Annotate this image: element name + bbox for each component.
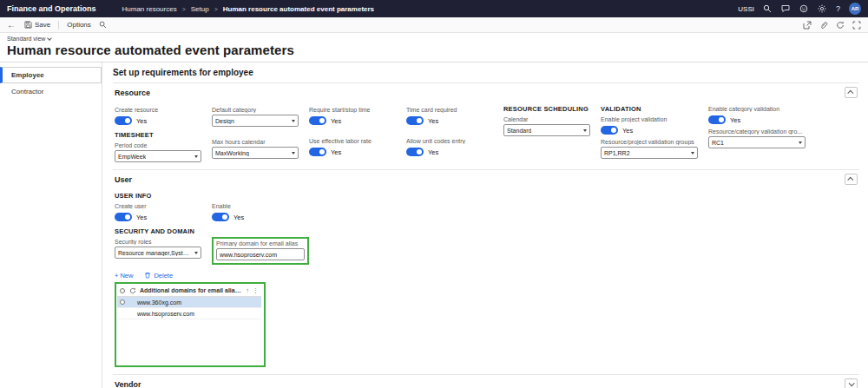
select-value: Resource manager,System ...	[118, 250, 192, 256]
allow-unit-codes-label: Allow unit codes entry	[406, 138, 493, 144]
options-button[interactable]: Options	[67, 21, 91, 29]
tab-contractor[interactable]: Contractor	[0, 83, 102, 100]
section-header-resource[interactable]: Resource	[113, 82, 859, 102]
enable-category-validation-label: Enable category validation	[708, 106, 806, 112]
select-all-checkbox[interactable]	[120, 288, 125, 293]
create-user-toggle[interactable]	[115, 213, 132, 221]
select-value: MaxWorking	[215, 150, 249, 156]
field-column: Enable Yes	[212, 200, 299, 222]
delete-button[interactable]: Delete	[143, 271, 173, 279]
resource-category-groups-label: Resource/category validation gro...	[708, 128, 806, 135]
section-title: User	[115, 175, 132, 184]
settings-gear-icon[interactable]	[818, 4, 827, 14]
tab-label: Employee	[11, 71, 44, 79]
save-button[interactable]: Save	[23, 21, 50, 30]
toggle-value: Yes	[622, 127, 633, 135]
chevron-up-icon	[847, 177, 853, 183]
page-title: Human resource automated event parameter…	[0, 42, 868, 62]
resource-project-groups-label: Resource/project validation groups	[601, 139, 698, 145]
section-body-resource: Create resource Yes TIMESHEET Period cod…	[113, 102, 859, 169]
expand-button[interactable]	[845, 378, 858, 388]
grid-cell-domain[interactable]: www.hsoproserv.com	[137, 311, 194, 317]
refresh-icon[interactable]	[836, 21, 845, 30]
use-effective-labor-rate-toggle[interactable]	[309, 148, 326, 156]
field-column: RESOURCE SCHEDULING Calendar Standard	[503, 103, 590, 162]
resource-project-groups-select[interactable]: RP1,RR2	[601, 147, 698, 159]
default-category-label: Default category	[212, 107, 299, 113]
breadcrumb-page: Human resource automated event parameter…	[223, 5, 374, 13]
grid-row[interactable]: www.360xg.com	[117, 297, 261, 308]
fullscreen-icon[interactable]	[852, 21, 861, 30]
toggle-value: Yes	[331, 148, 341, 156]
primary-domain-input[interactable]	[220, 252, 301, 258]
top-navbar: Finance and Operations Human resources >…	[0, 0, 868, 17]
breadcrumb-module[interactable]: Human resources	[122, 5, 177, 13]
attachments-icon[interactable]	[819, 21, 828, 30]
require-start-stop-label: Require start/stop time	[309, 107, 396, 113]
help-icon[interactable]: ?	[836, 4, 840, 13]
environment-label[interactable]: USSI	[738, 5, 754, 13]
view-selector[interactable]: Standard view	[0, 33, 868, 42]
divider	[58, 21, 59, 30]
enable-label: Enable	[212, 203, 299, 209]
resource-category-groups-select[interactable]: RC1	[708, 136, 806, 148]
grid-cell-domain[interactable]: www.360xg.com	[137, 299, 181, 306]
primary-domain-highlight: Primary domain for email alias	[212, 237, 309, 265]
create-resource-toggle[interactable]	[115, 116, 132, 125]
breadcrumb-separator-icon: >	[182, 6, 186, 12]
field-column: Enable category validation Yes Resource/…	[708, 103, 806, 162]
max-hours-calendar-select[interactable]: MaxWorking	[212, 147, 299, 159]
column-options-icon[interactable]: ⋮	[253, 287, 259, 294]
tab-label: Contractor	[11, 88, 43, 95]
grid-refresh-icon[interactable]	[128, 286, 136, 294]
grid-column-header[interactable]: Additional domains for email aliases	[140, 287, 243, 293]
toggle-value: Yes	[428, 148, 438, 156]
select-value: Design	[215, 118, 234, 124]
section-title: Resource	[115, 89, 150, 97]
toggle-value: Yes	[730, 116, 740, 124]
allow-unit-codes-toggle[interactable]	[406, 148, 424, 156]
action-pane-left: ← Save Options	[7, 20, 108, 30]
enable-category-validation-toggle[interactable]	[708, 115, 726, 124]
domains-grid: Additional domains for email aliases ↑ ⋮…	[116, 284, 262, 365]
toolbar-search-icon[interactable]	[99, 21, 108, 30]
primary-domain-input-wrap	[216, 248, 305, 260]
chevron-down-icon	[48, 36, 53, 41]
require-start-stop-toggle[interactable]	[309, 116, 326, 125]
field-column: Require start/stop time Yes Use effectiv…	[309, 103, 396, 162]
calendar-select[interactable]: Standard	[503, 124, 590, 136]
chevron-down-icon	[799, 141, 802, 144]
delete-label: Delete	[154, 272, 173, 279]
back-icon[interactable]: ←	[7, 20, 16, 30]
app-title[interactable]: Finance and Operations	[7, 4, 96, 13]
search-icon[interactable]	[763, 4, 773, 14]
enable-project-validation-toggle[interactable]	[601, 126, 618, 135]
tab-employee[interactable]: Employee	[0, 67, 102, 83]
section-header-user[interactable]: User	[113, 169, 859, 188]
new-button[interactable]: + New	[115, 272, 133, 279]
section-body-user: USER INFO Create user Yes Enable Yes	[113, 188, 859, 374]
grid-row[interactable]: www.hsoproserv.com	[117, 308, 261, 319]
period-code-select[interactable]: EmpWeek	[115, 150, 201, 162]
save-icon	[23, 21, 32, 30]
time-card-required-label: Time card required	[406, 107, 493, 113]
validation-group-header: VALIDATION	[601, 105, 698, 113]
section-header-vendor[interactable]: Vendor	[113, 374, 859, 388]
collapse-button[interactable]	[845, 87, 858, 98]
time-card-required-toggle[interactable]	[406, 116, 424, 125]
messages-icon[interactable]	[781, 4, 791, 14]
field-column: VALIDATION Enable project validation Yes…	[601, 103, 698, 162]
avatar[interactable]: AR	[849, 3, 861, 15]
feedback-smiley-icon[interactable]	[799, 4, 809, 14]
chevron-up-icon	[847, 90, 853, 96]
collapse-button[interactable]	[845, 174, 858, 185]
security-roles-select[interactable]: Resource manager,System ...	[115, 247, 201, 259]
sort-ascending-icon[interactable]: ↑	[247, 287, 250, 293]
field-column: Create user Yes	[115, 200, 201, 222]
select-value: Standard	[507, 128, 531, 134]
breadcrumb-setup[interactable]: Setup	[191, 5, 209, 13]
row-checkbox[interactable]	[120, 299, 125, 305]
share-icon[interactable]	[803, 21, 812, 30]
enable-toggle[interactable]	[212, 213, 229, 221]
default-category-select[interactable]: Design	[212, 115, 299, 127]
